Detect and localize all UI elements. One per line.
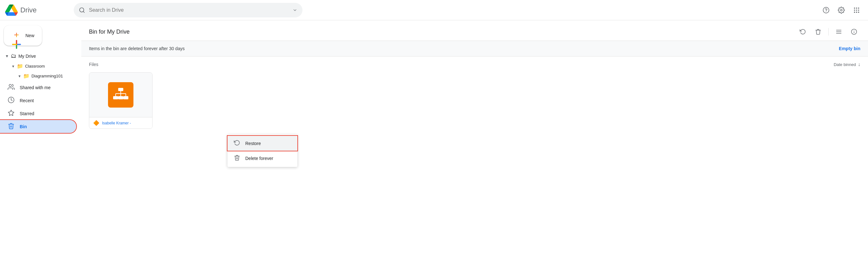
recent-label: Recent — [20, 98, 34, 103]
svg-point-6 — [854, 9, 855, 11]
svg-point-11 — [858, 11, 860, 13]
files-section-label: Files — [89, 62, 98, 67]
info-banner: Items in the bin are deleted forever aft… — [81, 41, 868, 57]
sidebar-item-shared-with-me[interactable]: Shared with me — [0, 81, 76, 94]
svg-rect-32 — [113, 96, 118, 99]
delete-all-button[interactable] — [812, 25, 825, 38]
svg-point-3 — [854, 7, 855, 8]
drawio-thumb-svg — [111, 86, 130, 104]
classroom-arrow: ▼ — [11, 64, 15, 68]
sidebar-item-recent[interactable]: Recent — [0, 94, 76, 107]
help-icon — [823, 7, 830, 14]
svg-point-9 — [854, 11, 855, 13]
new-plus-icon — [11, 30, 22, 41]
info-button[interactable] — [848, 25, 860, 38]
starred-icon — [8, 109, 14, 117]
search-icon — [79, 7, 85, 13]
content-header: Bin for My Drive — [81, 20, 868, 41]
svg-point-2 — [840, 9, 842, 11]
empty-bin-button[interactable]: Empty bin — [839, 46, 860, 51]
shared-with-me-label: Shared with me — [20, 85, 51, 90]
content-area: Bin for My Drive — [81, 20, 868, 271]
settings-icon — [838, 7, 845, 14]
svg-marker-18 — [8, 110, 14, 115]
colorful-plus-icon — [11, 39, 22, 49]
app-name: Drive — [20, 6, 36, 14]
diagramming101-label: Diagramming101 — [31, 74, 63, 78]
header-divider — [828, 28, 829, 36]
sidebar-item-my-drive[interactable]: ▼ 🗂 My Drive — [0, 51, 81, 61]
new-button[interactable]: New — [4, 25, 42, 46]
diagramming101-folder-icon: 📁 — [23, 73, 30, 79]
svg-point-10 — [856, 11, 857, 13]
header: Drive — [0, 0, 868, 20]
page-title: Bin for My Drive — [89, 29, 130, 35]
starred-label: Starred — [20, 111, 34, 116]
context-menu-delete-forever[interactable]: Delete forever — [227, 151, 298, 166]
svg-rect-33 — [118, 96, 123, 99]
recent-icon — [8, 97, 14, 104]
my-drive-folder-icon: 🗂 — [11, 53, 17, 59]
files-grid: 🔶 Isabelle Kramer - — [89, 72, 860, 129]
main-layout: New ▼ 🗂 My Drive ▼ 📁 Classroom ▼ 📁 Diagr… — [0, 20, 868, 271]
file-name: Isabelle Kramer - — [102, 121, 131, 125]
search-bar[interactable] — [74, 3, 303, 18]
svg-point-1 — [826, 11, 826, 12]
sidebar-item-starred[interactable]: Starred — [0, 107, 76, 120]
classroom-label: Classroom — [25, 64, 45, 69]
new-button-label: New — [25, 33, 34, 38]
search-dropdown-icon[interactable] — [292, 8, 298, 13]
restore-menu-label: Restore — [245, 141, 261, 146]
sidebar: New ▼ 🗂 My Drive ▼ 📁 Classroom ▼ 📁 Diagr… — [0, 20, 81, 271]
content-header-actions — [797, 25, 860, 38]
diagramming101-arrow: ▼ — [18, 74, 21, 78]
context-menu: Restore Delete forever — [227, 135, 298, 167]
apps-icon — [853, 7, 860, 14]
delete-forever-menu-icon — [234, 155, 240, 162]
info-banner-text: Items in the bin are deleted forever aft… — [89, 46, 185, 51]
shared-icon — [8, 83, 14, 91]
sidebar-item-diagramming101[interactable]: ▼ 📁 Diagramming101 — [0, 71, 81, 81]
file-type-icon: 🔶 — [93, 120, 99, 126]
my-drive-arrow: ▼ — [5, 54, 9, 58]
delete-all-icon — [815, 29, 821, 35]
svg-point-4 — [856, 7, 857, 8]
file-card-bottom: 🔶 Isabelle Kramer - — [89, 117, 152, 129]
svg-point-7 — [856, 9, 857, 11]
help-button[interactable] — [820, 4, 832, 16]
file-card-preview — [89, 73, 152, 117]
search-input[interactable] — [89, 7, 289, 13]
list-view-button[interactable] — [832, 25, 845, 38]
sort-area[interactable]: Date binned ↓ — [834, 62, 860, 67]
files-header: Files Date binned ↓ — [89, 62, 860, 67]
file-card[interactable]: 🔶 Isabelle Kramer - — [89, 72, 153, 129]
svg-point-0 — [823, 7, 829, 13]
svg-rect-34 — [123, 96, 128, 99]
sidebar-item-bin[interactable]: Bin — [0, 120, 76, 133]
bin-label: Bin — [20, 124, 27, 129]
info-icon — [851, 29, 857, 35]
svg-point-5 — [858, 7, 860, 8]
apps-button[interactable] — [850, 4, 863, 16]
context-menu-restore[interactable]: Restore — [227, 136, 298, 151]
bin-icon — [8, 123, 14, 130]
delete-forever-menu-label: Delete forever — [245, 156, 273, 161]
list-view-icon — [836, 29, 842, 35]
logo-area: Drive — [5, 4, 69, 16]
app-container: Drive — [0, 0, 868, 271]
sort-arrow-icon: ↓ — [858, 62, 860, 67]
svg-rect-26 — [118, 88, 123, 91]
settings-button[interactable] — [835, 4, 848, 16]
classroom-folder-icon: 📁 — [17, 63, 23, 69]
google-drive-logo — [5, 4, 18, 16]
restore-history-button[interactable] — [797, 25, 809, 38]
svg-point-8 — [858, 9, 860, 11]
my-drive-label: My Drive — [19, 54, 36, 59]
header-actions — [820, 4, 863, 16]
sort-label: Date binned — [834, 62, 856, 67]
drawio-thumbnail — [108, 82, 133, 108]
restore-history-icon — [800, 29, 806, 35]
restore-menu-icon — [234, 140, 240, 147]
sidebar-item-classroom[interactable]: ▼ 📁 Classroom — [0, 61, 81, 71]
svg-point-16 — [9, 84, 11, 87]
